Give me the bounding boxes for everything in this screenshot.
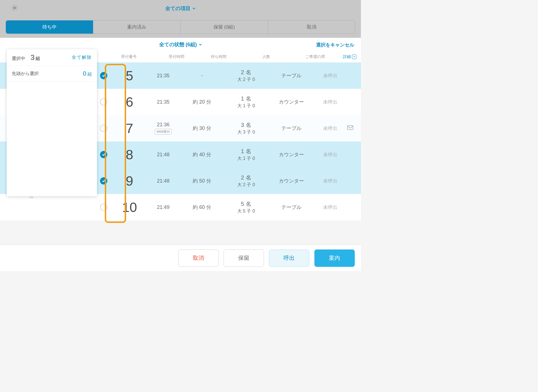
col-header-number: 受付番号 — [101, 54, 157, 59]
view-title: 全ての項目 — [165, 5, 191, 12]
from-top-value: 0 — [83, 70, 86, 77]
tabs-container: 待ち中 案内済み 保留 (0組) 取消 — [0, 17, 361, 38]
row-number: 8 — [114, 147, 145, 162]
row-time: 21:48 — [145, 178, 181, 184]
row-status: 未呼出 — [314, 151, 347, 158]
row-party: 3 名 大 3 子 0 — [223, 121, 269, 135]
col-header-time: 受付時間 — [157, 54, 196, 59]
row-party: 5 名 大 5 子 0 — [223, 200, 269, 214]
status-filter-label: 全ての状態 (6組) — [159, 41, 197, 48]
row-checkbox[interactable] — [100, 125, 107, 132]
selection-panel: 選択中 3組 全て解除 先頭から選択 0組 — [7, 49, 97, 196]
gear-icon[interactable] — [11, 4, 18, 12]
svg-rect-1 — [347, 126, 353, 130]
row-status: 未呼出 — [314, 204, 347, 211]
row-party: 2 名 大 2 子 0 — [223, 69, 269, 83]
chevron-down-icon — [199, 43, 202, 46]
tab-cancelled[interactable]: 取消 — [268, 20, 355, 34]
row-wait: 約 60 分 — [181, 204, 223, 211]
cancel-button[interactable]: 取消 — [178, 249, 219, 267]
row-time: 21:48 — [145, 152, 181, 158]
row-number: 7 — [114, 121, 145, 136]
plus-icon: + — [352, 55, 356, 59]
row-seat: テーブル — [269, 125, 313, 132]
row-seat: カウンター — [269, 151, 313, 158]
chevron-down-icon — [192, 7, 196, 10]
row-checkbox[interactable] — [100, 98, 107, 106]
row-status: 未呼出 — [314, 178, 347, 184]
guide-button[interactable]: 案内 — [314, 249, 355, 267]
row-wait: 約 40 分 — [181, 151, 223, 158]
from-top-label: 先頭から選択 — [12, 71, 39, 77]
row-seat: テーブル — [269, 72, 313, 79]
row-time: 21:49 — [145, 204, 181, 210]
call-button[interactable]: 呼出 — [269, 249, 309, 267]
row-seat: カウンター — [269, 99, 313, 105]
view-selector[interactable]: 全ての項目 — [165, 5, 196, 12]
row-time: 21:36 WEB受付 — [145, 122, 181, 135]
tab-waiting[interactable]: 待ち中 — [6, 20, 93, 34]
selecting-label: 選択中 — [12, 56, 25, 61]
svg-point-0 — [14, 7, 15, 9]
mail-icon — [347, 125, 353, 130]
cancel-selection-button[interactable]: 選択をキャンセル — [316, 42, 354, 48]
row-party: 2 名 大 2 子 0 — [223, 174, 269, 188]
row-checkbox[interactable] — [100, 177, 107, 185]
row-checkbox[interactable] — [100, 151, 107, 158]
web-badge: WEB受付 — [155, 129, 172, 135]
row-status: 未呼出 — [314, 73, 347, 79]
hold-button[interactable]: 保留 — [224, 249, 264, 267]
row-wait: - — [181, 73, 223, 79]
row-checkbox[interactable] — [100, 204, 107, 211]
row-seat: テーブル — [269, 204, 313, 211]
details-label: 詳細 — [343, 54, 351, 59]
col-header-party: 人数 — [241, 54, 291, 59]
row-party: 1 名 大 1 子 0 — [223, 148, 269, 162]
row-wait: 約 30 分 — [181, 125, 223, 132]
row-wait: 約 20 分 — [181, 99, 223, 105]
tab-done[interactable]: 案内済み — [93, 20, 181, 34]
from-top-unit: 組 — [87, 72, 92, 76]
col-header-wait: 待ち時間 — [196, 54, 241, 59]
table-row[interactable]: 10 21:49 約 60 分 5 名 大 5 子 0 テーブル 未呼出 — [0, 194, 361, 220]
row-checkbox[interactable] — [100, 72, 107, 79]
selecting-unit: 組 — [36, 56, 40, 61]
row-time: 21:35 — [145, 73, 181, 79]
clear-all-button[interactable]: 全て解除 — [72, 55, 92, 60]
selecting-count: 3 — [31, 53, 34, 62]
row-number: 10 — [114, 200, 145, 215]
row-number: 9 — [114, 173, 145, 189]
row-status: 未呼出 — [314, 99, 347, 105]
row-status: 未呼出 — [314, 125, 347, 132]
tab-hold[interactable]: 保留 (0組) — [181, 20, 268, 34]
row-party: 1 名 大 1 子 0 — [223, 95, 269, 109]
row-checkbox-cell — [93, 204, 114, 211]
row-seat: カウンター — [269, 178, 313, 184]
row-wait: 約 50 分 — [181, 178, 223, 184]
action-bar: 取消 保留 呼出 案内 — [0, 245, 361, 271]
row-extra — [347, 125, 356, 131]
row-number: 5 — [114, 68, 145, 83]
select-from-top-row[interactable]: 先頭から選択 0組 — [7, 66, 97, 81]
top-bar: 全ての項目 — [0, 0, 361, 17]
col-header-seat: ご希望の席 — [291, 54, 339, 59]
row-number: 6 — [114, 94, 145, 110]
row-time: 21:35 — [145, 99, 181, 105]
details-toggle[interactable]: 詳細 + — [343, 54, 356, 59]
status-filter[interactable]: 全ての状態 (6組) — [159, 41, 202, 48]
